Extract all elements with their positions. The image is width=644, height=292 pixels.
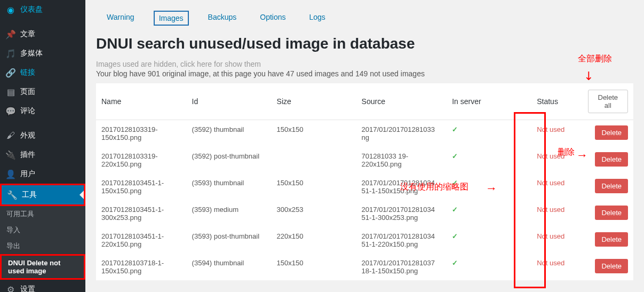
cell-id: (3593) post-thumbnail <box>187 227 272 254</box>
cell-size: 300x253 <box>272 200 356 227</box>
cell-source: 2017/01/201701281034 51-1-220x150.png <box>356 227 447 254</box>
tab-backups[interactable]: Backups <box>204 11 241 26</box>
delete-button[interactable]: Delete <box>595 125 628 140</box>
cell-status: Not used <box>531 120 582 147</box>
sidebar-item-settings[interactable]: ⚙设置 <box>0 280 85 292</box>
user-icon: 👤 <box>5 169 16 179</box>
pin-icon: 📌 <box>5 29 16 40</box>
check-icon: ✓ <box>452 206 458 214</box>
cell-status: Not used <box>531 227 582 254</box>
tab-options[interactable]: Options <box>256 11 290 26</box>
cell-inserver: ✓ <box>447 200 531 227</box>
cell-id: (3593) thumbnail <box>187 173 272 200</box>
tab-warning[interactable]: Warning <box>102 11 139 26</box>
th-name: Name <box>96 83 187 120</box>
th-size: Size <box>272 83 356 120</box>
cell-source: 701281033 19-220x150.png <box>356 147 447 173</box>
th-status: Status <box>531 83 582 120</box>
admin-sidebar: ◉仪表盘 📌文章 🎵多媒体 🔗链接 ▤页面 💬评论 🖌外观 🔌插件 👤用户 🔧工… <box>0 0 85 292</box>
cell-source: 2017/01/201701281034 51-1-150x150.png <box>356 173 447 200</box>
th-inserver: In server <box>447 83 531 120</box>
cell-action: Delete <box>583 173 633 200</box>
cell-id: (3592) thumbnail <box>187 120 272 147</box>
cell-name: 20170128103319-220x150.png <box>96 147 187 173</box>
stats-text: Your blog have 901 original image, at th… <box>96 69 633 78</box>
cell-name: 20170128103718-1-150x150.png <box>96 254 187 280</box>
cell-id: (3593) medium <box>187 200 272 227</box>
sidebar-item-pages[interactable]: ▤页面 <box>0 82 85 101</box>
delete-button[interactable]: Delete <box>595 206 628 220</box>
cell-name: 20170128103319-150x150.png <box>96 120 187 147</box>
cell-size: 220x150 <box>272 227 356 254</box>
sidebar-item-plugins[interactable]: 🔌插件 <box>0 145 85 164</box>
cell-action: Delete <box>583 147 633 173</box>
sidebar-item-tools[interactable]: 🔧工具 <box>0 184 85 206</box>
cell-inserver: ✓ <box>447 147 531 173</box>
delete-button[interactable]: Delete <box>595 179 628 193</box>
tab-logs[interactable]: Logs <box>305 11 330 26</box>
cell-source: 2017/01/201701281037 18-1-150x150.png <box>356 254 447 280</box>
page-icon: ▤ <box>5 86 16 97</box>
table-row: 20170128103451-1-150x150.png(3593) thumb… <box>96 173 633 200</box>
cell-id: (3592) post-thumbnail <box>187 147 272 173</box>
sidebar-item-comments[interactable]: 💬评论 <box>0 101 85 121</box>
sidebar-subitem-export[interactable]: 导出 <box>0 238 85 254</box>
dashboard-icon: ◉ <box>5 4 16 15</box>
table-row: 20170128103451-1-220x150.png(3593) post-… <box>96 227 633 254</box>
cell-source: 2017/01/201701281033 ng <box>356 120 447 147</box>
table-row: 20170128103451-1-300x253.png(3593) mediu… <box>96 200 633 227</box>
cell-action: Delete <box>583 120 633 147</box>
page-title: DNUI search unused/used image in databas… <box>96 35 633 52</box>
delete-button[interactable]: Delete <box>595 259 628 273</box>
sidebar-item-users[interactable]: 👤用户 <box>0 164 85 184</box>
delete-all-button[interactable]: Delete all <box>588 90 628 113</box>
th-source: Source <box>356 83 447 120</box>
sidebar-item-posts[interactable]: 📌文章 <box>0 25 85 44</box>
cell-name: 20170128103451-1-220x150.png <box>96 227 187 254</box>
table-row: 20170128103319-220x150.png(3592) post-th… <box>96 147 633 173</box>
wrench-icon: 🔧 <box>7 190 18 200</box>
cell-name: 20170128103451-1-150x150.png <box>96 173 187 200</box>
th-id: Id <box>187 83 272 120</box>
sidebar-subitem-available[interactable]: 可用工具 <box>0 206 85 222</box>
cell-action: Delete <box>583 254 633 280</box>
cell-source: 2017/01/201701281034 51-1-300x253.png <box>356 200 447 227</box>
cell-status: Not used <box>531 254 582 280</box>
plug-icon: 🔌 <box>5 149 16 160</box>
comment-icon: 💬 <box>5 106 16 116</box>
tab-images[interactable]: Images <box>154 11 189 26</box>
settings-icon: ⚙ <box>5 284 16 292</box>
cell-inserver: ✓ <box>447 254 531 280</box>
table-row: 20170128103319-150x150.png(3592) thumbna… <box>96 120 633 147</box>
cell-size: 150x150 <box>272 120 356 147</box>
media-icon: 🎵 <box>5 48 16 59</box>
show-hidden-hint[interactable]: Images used are hidden, click here for s… <box>96 60 633 68</box>
cell-status: Not used <box>531 173 582 200</box>
sidebar-item-appearance[interactable]: 🖌外观 <box>0 126 85 145</box>
delete-button[interactable]: Delete <box>595 152 628 167</box>
check-icon: ✓ <box>452 259 458 267</box>
cell-size: 150x150 <box>272 254 356 280</box>
main-content: Warning Images Backups Options Logs DNUI… <box>85 0 644 292</box>
check-icon: ✓ <box>452 179 458 187</box>
delete-button[interactable]: Delete <box>595 232 628 247</box>
th-action: Delete all <box>583 83 633 120</box>
check-icon: ✓ <box>452 125 458 133</box>
tab-bar: Warning Images Backups Options Logs <box>96 5 633 33</box>
sidebar-item-links[interactable]: 🔗链接 <box>0 63 85 82</box>
sidebar-subitem-dnui[interactable]: DNUI Delete not used image <box>0 254 85 280</box>
cell-inserver: ✓ <box>447 227 531 254</box>
cell-name: 20170128103451-1-300x253.png <box>96 200 187 227</box>
sidebar-subitem-import[interactable]: 导入 <box>0 222 85 238</box>
link-icon: 🔗 <box>5 67 16 78</box>
cell-action: Delete <box>583 200 633 227</box>
cell-size: 150x150 <box>272 173 356 200</box>
cell-status: Not used <box>531 200 582 227</box>
brush-icon: 🖌 <box>5 130 16 141</box>
table-row: 20170128103718-1-150x150.png(3594) thumb… <box>96 254 633 280</box>
images-table: Name Id Size Source In server Status Del… <box>96 83 633 280</box>
sidebar-item-dashboard[interactable]: ◉仪表盘 <box>0 0 85 19</box>
sidebar-submenu-tools: 可用工具 导入 导出 DNUI Delete not used image <box>0 206 85 280</box>
sidebar-item-media[interactable]: 🎵多媒体 <box>0 44 85 63</box>
cell-action: Delete <box>583 227 633 254</box>
